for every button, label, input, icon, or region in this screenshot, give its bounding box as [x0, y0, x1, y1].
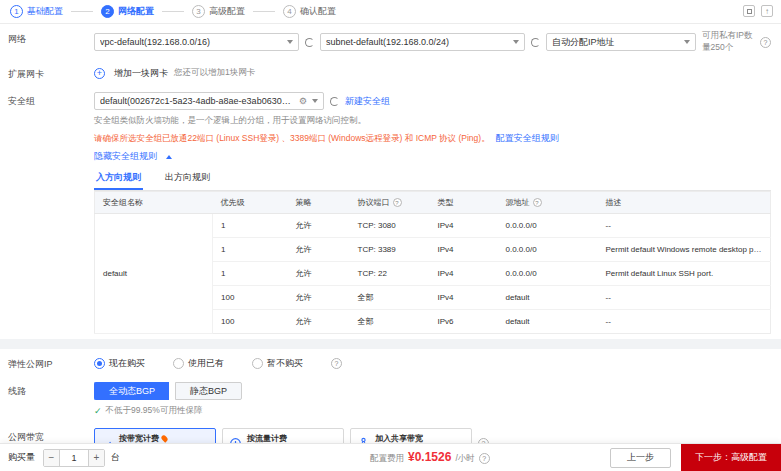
step-separator	[71, 11, 93, 12]
wizard-steps: 1 基础配置 2 网络配置 3 高级配置 4 确认配置	[0, 0, 781, 24]
desc-cell: Permit default Windows remote desktop po…	[598, 238, 771, 262]
chevron-down-icon	[312, 99, 318, 103]
radio-use-existing[interactable]: 使用已有	[173, 357, 224, 370]
fee-label: 配置费用	[370, 453, 404, 465]
col-header-policy: 策略	[288, 192, 350, 214]
subnet-select-value: subnet-default(192.168.0.0/24)	[326, 37, 508, 47]
radio-not-now[interactable]: 暂不购买	[252, 357, 303, 370]
port-cell: TCP: 3080	[350, 214, 430, 238]
step-advanced-config[interactable]: 3 高级配置	[192, 5, 245, 18]
step-label: 高级配置	[209, 5, 245, 18]
priority-cell: 100	[213, 310, 288, 334]
port-cell: 全部	[350, 310, 430, 334]
policy-cell: 允许	[288, 214, 350, 238]
config-rules-link[interactable]: 配置安全组规则	[496, 132, 559, 145]
create-security-group-link[interactable]: 新建安全组	[345, 95, 390, 108]
tab-inbound-rules[interactable]: 入方向规则	[94, 168, 143, 190]
step-basic-config[interactable]: 1 基础配置	[10, 5, 63, 18]
type-cell: IPv4	[430, 238, 498, 262]
priority-cell: 1	[213, 262, 288, 286]
hide-rules-link[interactable]: 隐藏安全组规则	[94, 150, 157, 163]
security-group-label: 安全组	[8, 92, 94, 334]
ip-assign-select[interactable]: 自动分配IP地址	[546, 33, 696, 51]
col-header-port-label: 协议端口	[358, 197, 390, 208]
refresh-vpc-icon[interactable]	[305, 38, 314, 47]
add-nic-icon[interactable]: +	[94, 68, 105, 79]
help-icon[interactable]: ?	[331, 358, 342, 369]
add-nic-note: 您还可以增加1块网卡	[174, 67, 255, 79]
tab-outbound-rules[interactable]: 出方向规则	[163, 168, 212, 190]
eip-label: 弹性公网IP	[8, 355, 94, 371]
quantity-stepper: − +	[43, 449, 105, 467]
back-to-top-icon[interactable]: ↑	[761, 5, 773, 17]
plus-icon[interactable]: +	[88, 450, 104, 466]
check-icon: ✓	[94, 406, 102, 416]
step-network-config[interactable]: 2 网络配置	[101, 5, 154, 18]
type-cell: IPv4	[430, 214, 498, 238]
source-cell: 0.0.0.0/0	[498, 238, 598, 262]
gear-icon[interactable]: ⚙	[299, 96, 307, 106]
vpc-select[interactable]: vpc-default(192.168.0.0/16)	[94, 33, 299, 51]
security-group-row: 安全组 default(002672c1-5a23-4adb-a8ae-e3ab…	[0, 86, 781, 339]
line-label: 线路	[8, 382, 94, 417]
group-name-cell: default	[95, 214, 213, 334]
step-separator	[253, 11, 275, 12]
fullscreen-icon-glyph	[747, 9, 752, 14]
quantity-unit: 台	[111, 451, 120, 464]
step-number: 2	[101, 5, 114, 18]
help-icon[interactable]: ?	[393, 198, 402, 207]
priority-cell: 100	[213, 286, 288, 310]
chevron-down-icon	[513, 40, 519, 44]
security-group-warning: 请确保所选安全组已放通22端口 (Linux SSH登录) 、3389端口 (W…	[94, 133, 490, 145]
line-row: 线路 全动态BGP静态BGP ✓ 不低于99.95%可用性保障	[0, 376, 781, 422]
refresh-security-group-icon[interactable]	[330, 97, 339, 106]
refresh-subnet-icon[interactable]	[531, 38, 540, 47]
step-label: 网络配置	[118, 5, 154, 18]
chevron-up-icon	[166, 155, 172, 159]
help-icon[interactable]: ?	[533, 198, 542, 207]
network-label: 网络	[8, 30, 94, 54]
policy-cell: 允许	[288, 310, 350, 334]
policy-cell: 允许	[288, 262, 350, 286]
help-icon[interactable]: ?	[760, 37, 771, 48]
col-header-desc: 描述	[598, 192, 771, 214]
port-cell: 全部	[350, 286, 430, 310]
source-link-cell[interactable]: default	[498, 310, 598, 334]
security-group-select[interactable]: default(002672c1-5a23-4adb-a8ae-e3ab0630…	[94, 92, 324, 110]
help-icon[interactable]: ?	[479, 453, 490, 464]
add-nic-link[interactable]: 增加一块网卡	[114, 67, 168, 80]
page-tools: ↑	[743, 5, 773, 17]
previous-step-button[interactable]: 上一步	[610, 448, 671, 468]
policy-cell: 允许	[288, 286, 350, 310]
radio-icon	[173, 358, 184, 369]
radio-label: 使用已有	[188, 357, 224, 370]
network-config-page: 1 基础配置 2 网络配置 3 高级配置 4 确认配置 ↑ 网络 vpc-def…	[0, 0, 781, 471]
desc-cell: Permit default Linux SSH port.	[598, 262, 771, 286]
line-option-static-bgp[interactable]: 静态BGP	[175, 382, 242, 400]
radio-buy-now[interactable]: 现在购买	[94, 357, 145, 370]
fullscreen-icon[interactable]	[743, 5, 755, 17]
footer-bar: 购买量 − + 台 配置费用 ¥0.1526 /小时 ? 上一步 下一步：高级配…	[0, 443, 781, 471]
minus-icon[interactable]: −	[44, 450, 60, 466]
type-cell: IPv4	[430, 286, 498, 310]
line-option-dynamic-bgp[interactable]: 全动态BGP	[94, 382, 169, 400]
next-step-button[interactable]: 下一步：高级配置	[681, 444, 781, 471]
col-header-port: 协议端口?	[350, 192, 430, 214]
source-link-cell[interactable]: default	[498, 286, 598, 310]
source-cell: 0.0.0.0/0	[498, 262, 598, 286]
step-number: 3	[192, 5, 205, 18]
price-unit: /小时	[455, 453, 474, 465]
step-label: 确认配置	[300, 5, 336, 18]
chevron-down-icon	[684, 40, 690, 44]
hot-flame-icon	[160, 434, 168, 442]
step-confirm-config[interactable]: 4 确认配置	[283, 5, 336, 18]
desc-cell: --	[598, 286, 771, 310]
vpc-select-value: vpc-default(192.168.0.0/16)	[100, 37, 282, 47]
subnet-select[interactable]: subnet-default(192.168.0.0/24)	[320, 33, 525, 51]
section-divider	[0, 339, 781, 349]
chevron-down-icon	[287, 40, 293, 44]
config-price: ¥0.1526	[408, 450, 451, 464]
quantity-input[interactable]	[60, 450, 88, 466]
network-row: 网络 vpc-default(192.168.0.0/16) subnet-de…	[0, 24, 781, 59]
step-number: 1	[10, 5, 23, 18]
